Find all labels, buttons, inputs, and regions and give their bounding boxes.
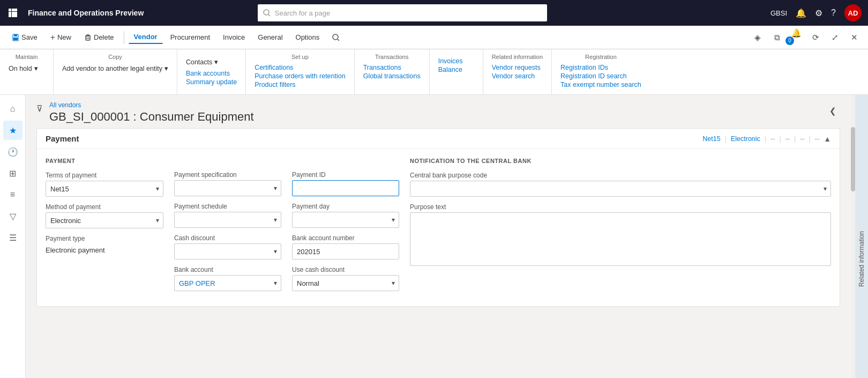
terms-of-payment-label: Terms of payment <box>46 172 163 179</box>
transactions-link[interactable]: Transactions <box>363 63 421 72</box>
use-cash-discount-select[interactable]: Normal <box>292 275 399 291</box>
refresh-icon-btn[interactable]: ⟳ <box>808 30 823 45</box>
breadcrumb[interactable]: All vendors <box>49 101 819 109</box>
sidebar-grid-icon[interactable]: ⊞ <box>3 164 23 183</box>
sidebar-recent-icon[interactable]: 🕐 <box>3 142 23 161</box>
menu-section-copy: Copy Add vendor to another legal entity … <box>54 49 177 94</box>
terms-of-payment-select[interactable]: Net15 <box>46 181 163 197</box>
diamond-icon-btn[interactable]: ◈ <box>750 30 765 45</box>
cash-discount-select[interactable] <box>174 243 281 260</box>
balance-link[interactable]: Balance <box>438 65 474 74</box>
electronic-tag[interactable]: Electronic <box>731 135 760 143</box>
invoice-tab[interactable]: Invoice <box>218 31 250 43</box>
menu-section-transactions: Transactions Transactions Global transac… <box>355 49 430 94</box>
top-nav-right: GBSI 🔔 ⚙ ? AD <box>770 4 862 21</box>
vendor-requests-link[interactable]: Vendor requests <box>492 63 543 72</box>
menu-section-setup: Set up Certifications Purchase orders wi… <box>246 49 355 94</box>
general-tab[interactable]: General <box>252 31 288 43</box>
bank-account-select[interactable]: GBP OPER <box>174 275 281 291</box>
form-body: PAYMENT Terms of payment Net15 Method of… <box>37 149 840 306</box>
purchase-orders-link[interactable]: Purchase orders with retention <box>255 72 346 80</box>
contacts-button[interactable]: Contacts ▾ <box>186 57 237 67</box>
payment-spec-column: Payment specification Payment schedule <box>174 158 281 298</box>
tag-separator-5: | <box>809 135 811 143</box>
right-scrollbar[interactable] <box>851 95 855 378</box>
payment-spec-select[interactable] <box>174 180 281 196</box>
tag-separator-2: | <box>765 135 766 143</box>
collapse-panel-btn[interactable]: ❮ <box>825 103 840 118</box>
right-panel[interactable]: Related information <box>855 95 868 378</box>
delete-button[interactable]: Delete <box>79 31 119 43</box>
tax-exempt-link[interactable]: Tax exempt number search <box>560 80 641 89</box>
expand-icon-btn[interactable]: ⤢ <box>827 30 842 45</box>
collapse-arrow[interactable]: ▲ <box>824 135 831 143</box>
method-of-payment-label: Method of payment <box>46 203 163 211</box>
method-of-payment-group: Method of payment Electronic <box>46 203 163 228</box>
use-cash-discount-wrapper: Normal <box>292 275 399 291</box>
main-content: ⊽ All vendors GB_SI_000001 : Consumer Eq… <box>26 95 851 378</box>
payment-spec-label: Payment specification <box>174 171 281 179</box>
sidebar-home-icon[interactable]: ⌂ <box>3 99 23 118</box>
global-search-bar[interactable]: Search for a page <box>258 4 547 21</box>
svg-rect-14 <box>86 36 90 40</box>
summary-update-link[interactable]: Summary update <box>186 78 237 86</box>
certifications-link[interactable]: Certifications <box>255 63 346 72</box>
bank-accounts-link[interactable]: Bank accounts <box>186 69 237 78</box>
on-hold-button[interactable]: On hold ▾ <box>9 63 44 73</box>
add-vendor-button[interactable]: Add vendor to another legal entity ▾ <box>62 63 168 73</box>
help-icon[interactable]: ? <box>831 8 836 18</box>
payment-id-column: Payment ID Payment day Bank account numb… <box>292 158 399 298</box>
notification-count: 0 <box>785 36 794 45</box>
app-title: Finance and Operations Preview <box>28 9 144 17</box>
vendor-tab[interactable]: Vendor <box>129 31 163 44</box>
save-button[interactable]: Save <box>6 31 43 43</box>
payment-column: PAYMENT Terms of payment Net15 Method of… <box>46 158 163 298</box>
svg-rect-5 <box>14 12 17 14</box>
central-bank-purpose-select[interactable] <box>410 181 831 197</box>
options-tab[interactable]: Options <box>290 31 325 43</box>
registration-ids-link[interactable]: Registration IDs <box>560 63 641 72</box>
global-transactions-link[interactable]: Global transactions <box>363 72 421 80</box>
left-sidebar: ⌂ ★ 🕐 ⊞ ≡ ▽ ☰ <box>0 95 26 378</box>
filter-icon[interactable]: ⊽ <box>36 103 43 114</box>
cash-discount-group: Cash discount <box>174 234 281 260</box>
scroll-thumb[interactable] <box>851 127 855 191</box>
notification-icon[interactable]: 🔔 <box>796 8 806 18</box>
form-card-title: Payment <box>46 134 79 143</box>
svg-rect-1 <box>12 9 14 11</box>
menu-section-maintain: Maintain On hold ▾ <box>0 49 54 94</box>
registration-id-search-link[interactable]: Registration ID search <box>560 72 641 80</box>
cash-discount-label: Cash discount <box>174 234 281 242</box>
sidebar-menu-icon[interactable]: ☰ <box>3 228 23 247</box>
sidebar-filter-icon[interactable]: ▽ <box>3 206 23 226</box>
payment-id-input[interactable] <box>292 180 399 196</box>
bank-account-group: Bank account GBP OPER <box>174 266 281 291</box>
new-button[interactable]: + New <box>45 31 77 45</box>
search-icon-btn[interactable] <box>327 32 345 43</box>
menu-section-maintain-title: Maintain <box>9 54 44 60</box>
menu-section-copy-title: Copy <box>62 54 168 60</box>
vendor-search-link[interactable]: Vendor search <box>492 72 543 80</box>
bank-account-number-input[interactable] <box>292 243 399 260</box>
net15-tag[interactable]: Net15 <box>702 135 720 143</box>
page-header-content: All vendors GB_SI_000001 : Consumer Equi… <box>49 101 819 124</box>
avatar[interactable]: AD <box>844 4 862 21</box>
method-of-payment-select[interactable]: Electronic <box>46 212 163 228</box>
payment-day-select[interactable] <box>292 212 399 228</box>
menu-section-setup-title: Set up <box>255 54 346 60</box>
svg-rect-2 <box>14 9 17 11</box>
menu-dropdown-bar: Maintain On hold ▾ Copy Add vendor to an… <box>0 49 868 95</box>
invoices-link[interactable]: Invoices <box>438 57 474 65</box>
svg-point-9 <box>264 10 269 15</box>
sidebar-list-icon[interactable]: ≡ <box>3 185 23 204</box>
central-bank-purpose-group: Central bank purpose code <box>410 172 831 197</box>
purpose-text-textarea[interactable] <box>410 212 831 266</box>
payment-schedule-select[interactable] <box>174 212 281 228</box>
panel-icon-btn[interactable]: ⧉ <box>769 30 784 45</box>
close-icon-btn[interactable]: ✕ <box>847 30 862 45</box>
sidebar-star-icon[interactable]: ★ <box>3 121 23 140</box>
product-filters-link[interactable]: Product filters <box>255 80 346 89</box>
procurement-tab[interactable]: Procurement <box>165 31 215 43</box>
settings-icon[interactable]: ⚙ <box>815 8 822 18</box>
grid-menu-icon[interactable] <box>6 6 19 19</box>
